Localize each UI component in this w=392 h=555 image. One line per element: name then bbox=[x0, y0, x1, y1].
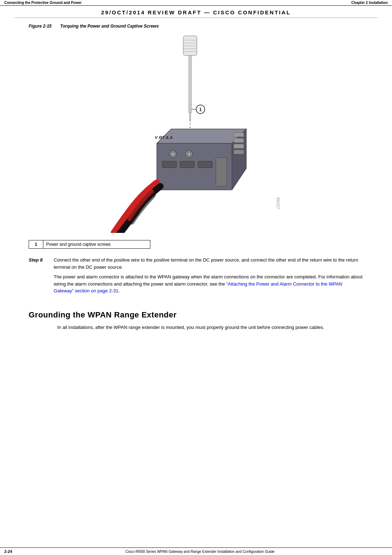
legend-row-1: 1 Power and ground captive screws bbox=[29, 240, 150, 249]
draft-banner: 29/OCT/2014 REVIEW DRAFT — CISCO CONFIDE… bbox=[14, 6, 378, 18]
section-body: In all installations, after the WPAN ran… bbox=[29, 324, 363, 331]
svg-rect-25 bbox=[234, 133, 244, 137]
svg-rect-7 bbox=[189, 56, 192, 113]
svg-point-20 bbox=[187, 152, 191, 156]
svg-rect-21 bbox=[162, 161, 176, 168]
step-8-para2: The power and alarm connector is attache… bbox=[54, 273, 363, 295]
figure-description: Torquing the Power and Ground Captive Sc… bbox=[60, 24, 159, 29]
top-bar-left: Connecting the Protective Ground and Pow… bbox=[4, 1, 82, 5]
legend-text-1: Power and ground captive screws bbox=[43, 240, 150, 249]
section-heading: Grounding the WPAN Range Extender bbox=[29, 310, 363, 320]
top-bar: Connecting the Protective Ground and Pow… bbox=[0, 0, 392, 6]
step-8-para1: Connect the other end of the positive wi… bbox=[54, 257, 363, 271]
svg-rect-26 bbox=[234, 138, 244, 143]
svg-rect-22 bbox=[180, 161, 194, 168]
page-number: 2-24 bbox=[4, 549, 12, 554]
step-8-label: Step 8 bbox=[29, 257, 54, 297]
svg-rect-24 bbox=[216, 158, 227, 186]
svg-rect-23 bbox=[198, 161, 212, 168]
svg-text:391217: 391217 bbox=[276, 197, 280, 209]
svg-point-18 bbox=[171, 152, 175, 156]
figure-container: 1 V RT A A bbox=[85, 32, 307, 233]
legend-table: 1 Power and ground captive screws bbox=[29, 240, 150, 249]
svg-rect-27 bbox=[234, 144, 244, 148]
step-8-para2-end: . bbox=[118, 288, 120, 293]
svg-text:V  RT A   A: V RT A A bbox=[154, 135, 173, 140]
main-content: Figure 2-15 Torquing the Power and Groun… bbox=[0, 24, 392, 331]
svg-text:1: 1 bbox=[199, 107, 202, 112]
step-8-content: Connect the other end of the positive wi… bbox=[54, 257, 363, 297]
figure-title: Figure 2-15 Torquing the Power and Groun… bbox=[29, 24, 363, 29]
svg-rect-8 bbox=[189, 113, 191, 120]
legend-num-1: 1 bbox=[29, 240, 43, 249]
figure-label: Figure 2-15 bbox=[29, 24, 52, 29]
bottom-bar: 2-24 Cisco IR500 Series WPAN Gateway and… bbox=[0, 547, 392, 555]
svg-rect-28 bbox=[234, 150, 244, 154]
top-bar-right: Chapter 2 Installation bbox=[351, 1, 388, 5]
figure-diagram: 1 V RT A A bbox=[85, 32, 307, 233]
document-title: Cisco IR500 Series WPAN Gateway and Rang… bbox=[125, 550, 274, 554]
step-8-block: Step 8 Connect the other end of the posi… bbox=[29, 257, 363, 297]
